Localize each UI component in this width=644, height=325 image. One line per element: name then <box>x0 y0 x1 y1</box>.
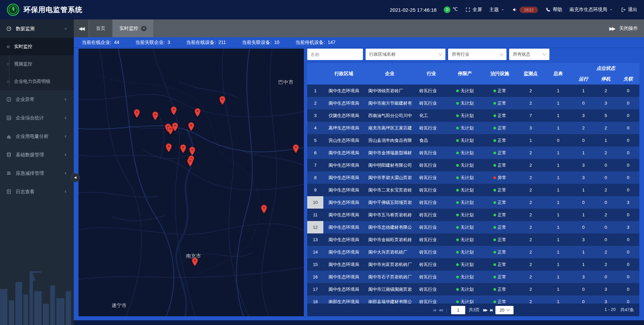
cell-facility: 正常 <box>482 209 517 221</box>
cell-limit: 无计划 <box>447 134 482 147</box>
map-pin-icon[interactable] <box>261 205 268 215</box>
sidebar: 数据监测实时监控视频监控企业电力负荷明细企业异常企业综合统计企业用电量分析基础数… <box>0 19 74 325</box>
table-row[interactable]: 17阆中生态环境局阆中市江南镇阆南页岩砖瓦行业无计划正常21030 <box>307 283 639 295</box>
sidebar-item-power-load-detail[interactable]: 企业电力负荷明细 <box>0 73 74 90</box>
cell-monitor: 2 <box>517 85 544 97</box>
cell-total: 1 <box>544 295 572 304</box>
map-pin-icon[interactable] <box>292 144 300 155</box>
sidebar-group-emergency-reduction[interactable]: 应急减排管理 <box>0 164 74 182</box>
close-operations-button[interactable]: ▶▶ 关闭操作 <box>603 19 644 37</box>
sidebar-item-video-monitoring[interactable]: 视频监控 <box>0 55 74 73</box>
filter-bar: 行政区域名称 所有行业 所有状态 <box>307 49 639 60</box>
sidebar-group-basic-data-management[interactable]: 基础数据管理 <box>0 146 74 164</box>
cell-company: 阆中明阳建材有限公司 <box>364 159 415 171</box>
cell-monitor: 2 <box>517 233 544 246</box>
cell-total: 1 <box>544 246 572 258</box>
status-dot <box>456 301 459 303</box>
table-row[interactable]: 6阆中生态环境局阆中市金博瑞新型墙材砖瓦行业无计划正常21120 <box>307 147 639 159</box>
table-row[interactable]: 10阆中生态环境局阆中千佛镇五郎垭页岩砖瓦行业无计划正常21003 <box>307 196 639 209</box>
prev-page-button[interactable]: ◀◀ <box>438 308 442 312</box>
page-size-select[interactable]: 20 <box>495 306 514 314</box>
cell-industry: 砖瓦行业 <box>415 171 447 184</box>
cell-stop: 0 <box>595 196 617 209</box>
table-row[interactable]: 4高坪生态环境局南充市高坪区王家店建砖瓦行业无计划正常31220 <box>307 122 639 134</box>
table-row[interactable]: 2阆中生态环境局阆中市南方节能建材有砖瓦行业无计划正常21030 <box>307 97 639 109</box>
cell-limit: 无计划 <box>447 159 482 171</box>
status-filter-select[interactable]: 所有状态 <box>509 49 549 60</box>
fullscreen-button[interactable]: 全屏 <box>465 7 482 13</box>
page-number-input[interactable] <box>451 306 465 314</box>
table-row[interactable]: 16阆中生态环境局阆中市石子页岩机砖厂砖瓦行业无计划正常21300 <box>307 271 639 283</box>
tab-realtime-monitoring[interactable]: 实时监控 × <box>113 19 153 37</box>
first-page-button[interactable]: |◀ <box>433 308 435 312</box>
sidebar-item-realtime-monitoring[interactable]: 实时监控 <box>0 38 74 55</box>
table-row[interactable]: 5营山生态环境局营山县润丰肉食品有限食品无计划正常10010 <box>307 134 639 147</box>
cell-limit: 无计划 <box>447 233 482 246</box>
name-filter-input[interactable] <box>307 49 363 60</box>
tabs-scroll-left-button[interactable]: ◀◀ <box>74 19 89 37</box>
table-row[interactable]: 15阆中生态环境局阆中市光富页岩机砖厂砖瓦行业无计划正常21120 <box>307 258 639 271</box>
sidebar-group-log-view[interactable]: 日志查看 <box>0 182 74 201</box>
map-pin-icon[interactable] <box>219 96 226 107</box>
map-pin-icon[interactable] <box>172 122 179 133</box>
map-collapse-button[interactable]: ◀ <box>71 173 80 182</box>
help-button[interactable]: 帮助 <box>545 7 562 13</box>
sidebar-group-enterprise-statistics[interactable]: 企业综合统计 <box>0 109 74 127</box>
cell-company: 阆中市五马桥页岩机砖 <box>364 209 415 221</box>
table-row[interactable]: 3仪陇生态环境局西南油气田分公司川中化工无计划正常71350 <box>307 109 639 122</box>
table-row[interactable]: 7阆中生态环境局阆中明阳建材有限公司砖瓦行业无计划正常21300 <box>307 159 639 171</box>
table-row[interactable]: 8阆中生态环境局阆中市枣碧大梁山页岩砖瓦行业无计划异常21300 <box>307 171 639 184</box>
cell-monitor: 2 <box>517 184 544 196</box>
map-pin-icon[interactable] <box>188 122 195 133</box>
cell-run: 3 <box>572 271 595 283</box>
sidebar-group-power-consumption-analysis[interactable]: 企业用电量分析 <box>0 127 74 146</box>
org-dropdown[interactable]: 南充市生态环境局 <box>570 7 613 13</box>
table-row[interactable]: 11阆中生态环境局阆中市五马桥页岩机砖砖瓦行业无计划正常21120 <box>307 209 639 221</box>
last-page-button[interactable]: ▶| <box>490 308 492 312</box>
map-pin-icon[interactable] <box>194 108 201 119</box>
map-pin-icon[interactable] <box>152 111 159 122</box>
map-pin-icon[interactable] <box>179 144 186 155</box>
next-page-button[interactable]: ▶▶ <box>483 308 487 312</box>
cell-monitor: 2 <box>517 147 544 159</box>
map-pin-icon[interactable] <box>165 143 172 154</box>
cell-total: 0 <box>544 134 572 147</box>
table-row[interactable]: 13阆中生态环境局阆中市金福旺页岩机砖砖瓦行业无计划正常21300 <box>307 233 639 246</box>
map-city-label: 巴中市 <box>278 79 293 85</box>
cell-region: 阆中生态环境局 <box>323 283 364 295</box>
table-row[interactable]: 14阆中生态环境局阆中大兴页岩机砖厂砖瓦行业无计划正常21120 <box>307 246 639 258</box>
industry-filter-select[interactable]: 所有行业 <box>448 49 506 60</box>
cell-company: 阆中市金福旺页岩机砖 <box>364 233 415 246</box>
table-row[interactable]: 1阆中生态环境局阆中强锐页岩砖厂砖瓦行业无计划正常21120 <box>307 85 639 97</box>
table-row[interactable]: 12阆中生态环境局阆中市忠信建材有限公砖瓦行业无计划正常21003 <box>307 221 639 233</box>
cell-stop: 0 <box>595 159 617 171</box>
caret-down-icon <box>501 8 505 12</box>
caret-down-icon <box>609 8 613 12</box>
table-row[interactable]: 18南部生态环境局南部县瑞华建材有限公砖瓦行业无计划正常21030 <box>307 295 639 304</box>
map-panel[interactable]: 巴中市南充市遂宁市 <box>78 49 304 316</box>
chevron-down-icon <box>63 26 68 31</box>
tab-home[interactable]: 首页 <box>89 19 112 37</box>
row-index: 9 <box>307 184 323 196</box>
map-pin-icon[interactable] <box>170 106 177 117</box>
logout-button[interactable]: 退出 <box>621 7 637 13</box>
cell-total: 1 <box>544 209 572 221</box>
tab-close-icon[interactable]: × <box>141 26 147 31</box>
sidebar-group-data-monitoring[interactable]: 数据监测 <box>0 19 74 38</box>
cell-stop: 0 <box>595 221 617 233</box>
table-row[interactable]: 9阆中生态环境局阆中市二龙长宝页岩砖砖瓦行业无计划正常21120 <box>307 184 639 196</box>
sidebar-group-enterprise-abnormal[interactable]: 企业异常 <box>0 90 74 109</box>
map-city-label: 遂宁市 <box>111 303 126 309</box>
cell-limit: 无计划 <box>447 221 482 233</box>
map-pin-icon[interactable] <box>133 109 141 120</box>
region-filter-select[interactable]: 行政区域名称 <box>366 49 445 60</box>
status-dot <box>456 263 459 266</box>
alert-counter[interactable]: 2632 <box>512 7 538 13</box>
cell-region: 阆中生态环境局 <box>323 209 364 221</box>
cell-total: 1 <box>544 258 572 271</box>
theme-dropdown[interactable]: 主题 <box>489 7 505 13</box>
cell-stop: 0 <box>595 271 617 283</box>
map-pin-icon[interactable] <box>187 158 194 168</box>
cell-company: 阆中市南方节能建材有 <box>364 97 415 109</box>
row-index: 5 <box>307 134 323 147</box>
